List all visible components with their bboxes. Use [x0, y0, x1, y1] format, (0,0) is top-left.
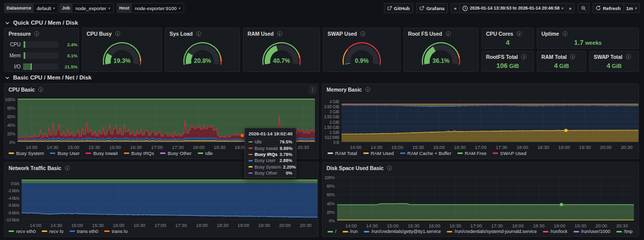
y-axis-tick-label: 100%	[325, 175, 335, 180]
legend-item[interactable]: Idle	[198, 150, 213, 156]
legend-swatch	[616, 231, 622, 232]
panel-pressure-title[interactable]: Pressurei	[9, 31, 39, 37]
zoom-out-icon	[581, 6, 586, 11]
panel-stat-rootfs-total-title[interactable]: RootFS Totali	[486, 54, 526, 60]
x-axis-tick-label: 19:00	[558, 145, 570, 150]
x-axis-tick-label: 16:00	[429, 223, 440, 228]
y-axis-tick-label: 1 GiB	[330, 130, 339, 135]
legend-item[interactable]: /tmp	[616, 229, 633, 234]
legend-item[interactable]: trans eth0	[69, 228, 98, 234]
zoom-out-button[interactable]	[578, 3, 590, 13]
legend-swatch	[363, 152, 369, 154]
pressure-row-value: 21.5%	[64, 64, 77, 69]
y-axis-tick-label: -4 kb/s	[8, 196, 19, 201]
legend-swatch	[104, 230, 110, 232]
pressure-row-value: 2.4%	[67, 42, 77, 47]
time-shift-forward-button[interactable]: »	[566, 4, 574, 13]
legend-swatch	[50, 152, 55, 154]
legend-item[interactable]: RAM Free	[457, 150, 487, 156]
chevron-down-icon	[5, 75, 10, 80]
x-axis-tick-label: 14:30	[50, 223, 62, 228]
time-range-button[interactable]: 2026-01-14 13:39:53 to 2026-01-14 20:46:…	[459, 4, 566, 13]
section-basic-cpu-mem-net-disk[interactable]: Basic CPU / Mem / Net / Disk	[5, 74, 92, 81]
variable-job-value[interactable]: node_exporter▾	[72, 3, 114, 13]
y-axis-tick-label: 100%	[5, 97, 15, 102]
x-axis-tick-label: 14:30	[371, 145, 382, 150]
legend-item[interactable]: trans lo	[104, 228, 127, 234]
x-axis-tick-label: 18:00	[193, 145, 204, 150]
gauge-value: 40.7%	[273, 57, 290, 64]
pressure-bar-gauge	[23, 41, 58, 48]
stat-value: 106 GiB	[482, 62, 533, 69]
gauge-value: 19.3%	[113, 57, 130, 64]
tooltip-row: Busy Iowait8.88%	[245, 145, 296, 151]
panel-stat-ram-total-title[interactable]: RAM Totali	[541, 54, 575, 60]
chart-legend: //run/run/credentials/getty@tty1.service…	[328, 229, 638, 234]
legend-item[interactable]: RAM Cache + Buffer	[400, 150, 451, 156]
panel-stat-cpu-cores-title[interactable]: CPU Coresi	[486, 31, 522, 37]
legend-item[interactable]: /run/credentials/systemd-journald.servic…	[447, 229, 537, 234]
tooltip-timestamp: 2026-01-14 19:02:40	[245, 130, 296, 139]
x-axis-tick-label: 16:00	[113, 223, 124, 228]
variable-datasource-value[interactable]: default▾	[34, 3, 58, 13]
pressure-row-label: CPU	[7, 42, 21, 47]
variable-datasource-label: Datasource	[4, 3, 34, 13]
legend-item[interactable]: recv eth0	[9, 228, 36, 234]
x-axis-tick-label: 15:30	[92, 223, 104, 228]
grafana-link-button[interactable]: Grafana	[416, 3, 448, 13]
refresh-button[interactable]: Refresh	[593, 4, 623, 13]
y-axis-tick-label: 20%	[327, 210, 335, 215]
legend-item[interactable]: Busy User	[50, 150, 79, 156]
gauge-value: 20.8%	[194, 57, 211, 64]
legend-swatch	[328, 152, 333, 154]
info-icon: i	[570, 54, 575, 59]
dashboard-topbar: Datasource default▾ Job node_exporter▾ H…	[0, 0, 644, 16]
variable-job: Job node_exporter▾	[59, 3, 114, 13]
section-quick-cpu-mem-disk[interactable]: Quick CPU / Mem / Disk	[5, 20, 78, 26]
panel-stat-swap-total-title[interactable]: SWAP Totali	[594, 54, 631, 60]
legend-item[interactable]: /	[328, 229, 337, 234]
legend-swatch	[447, 231, 452, 232]
info-icon: i	[626, 54, 631, 59]
pressure-row-label: Mem	[7, 53, 21, 58]
hover-point-dot	[565, 129, 568, 132]
chevron-down-icon	[5, 21, 10, 25]
refresh-icon	[596, 6, 601, 11]
legend-item[interactable]: /run/lock	[543, 229, 568, 234]
gauge-value: 0.9%	[355, 57, 369, 64]
legend-item[interactable]: Busy Other	[160, 150, 192, 156]
tooltip-row: Busy Other0%	[245, 170, 296, 176]
refresh-interval-dropdown[interactable]: 1m ▾	[623, 4, 640, 13]
pressure-row-io: I/O21.5%	[7, 63, 77, 70]
legend-item[interactable]: Busy IRQs	[124, 150, 154, 156]
time-shift-back-button[interactable]: «	[451, 4, 459, 13]
variable-host-value[interactable]: node-exporter:9100▾	[132, 3, 184, 13]
legend-item[interactable]: Busy Iowait	[86, 150, 118, 156]
x-axis-tick-label: 20:30	[616, 223, 628, 228]
legend-swatch	[9, 230, 14, 232]
legend-item[interactable]: RAM Total	[328, 150, 357, 156]
y-axis-tick-label: 1.50 GiB	[324, 125, 339, 130]
chart-legend: Busy SystemBusy UserBusy IowaitBusy IRQs…	[9, 150, 219, 156]
panel-chart-mem: Memory Basici0 B512 MiB1 GiB1.50 GiB2 Gi…	[322, 84, 639, 159]
panel-stat-uptime-title[interactable]: Uptimei	[541, 31, 568, 37]
pressure-row-value: 0.1%	[67, 53, 77, 58]
x-axis-tick-label: 15:00	[67, 145, 79, 150]
panel-menu-kebab-icon[interactable]: ⋮	[309, 86, 316, 94]
y-axis-tick-label: 2.50 GiB	[324, 114, 339, 119]
legend-item[interactable]: RAM Used	[363, 150, 394, 156]
legend-item[interactable]: /run	[343, 229, 358, 234]
panel-stat-uptime: Uptimei1.7 weeks	[537, 28, 639, 49]
x-axis-tick-label: 17:30	[496, 145, 507, 150]
legend-item[interactable]: SWAP Used	[493, 150, 526, 156]
legend-item[interactable]: Busy System	[9, 150, 44, 156]
legend-swatch	[160, 152, 166, 154]
legend-item[interactable]: recv lo	[42, 228, 63, 234]
legend-item[interactable]: /run/user/1000	[574, 229, 610, 234]
legend-item[interactable]: /run/credentials/getty@tty1.service	[364, 229, 441, 234]
chevron-down-icon: ▾	[179, 6, 181, 11]
github-link-button[interactable]: GitHub	[384, 3, 414, 13]
info-icon: i	[562, 31, 568, 36]
y-axis-tick-label: -10 kb/s	[6, 217, 19, 222]
x-axis-tick-label: 14:00	[350, 145, 361, 150]
